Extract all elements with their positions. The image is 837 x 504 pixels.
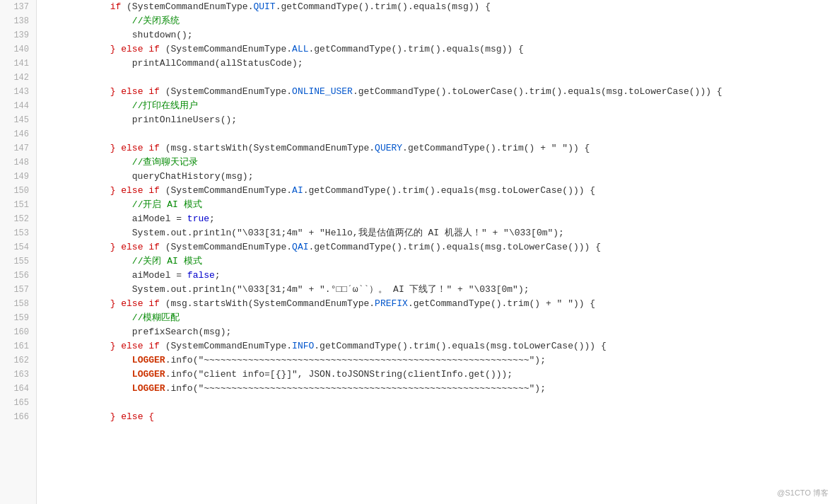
line-number: 159: [0, 311, 36, 325]
code-line: //查询聊天记录: [44, 156, 837, 170]
line-number: 158: [0, 297, 36, 311]
code-line: LOGGER.info("client info=[{}]", JSON.toJ…: [44, 368, 837, 382]
line-number: 160: [0, 325, 36, 339]
code-editor: 1371381391401411421431441451461471481491…: [0, 0, 837, 504]
line-number: 163: [0, 368, 36, 382]
code-line: aiModel = true;: [44, 212, 837, 226]
line-number: 151: [0, 198, 36, 212]
code-line: } else if (msg.startsWith(SystemCommandE…: [44, 297, 837, 311]
code-line: shutdown();: [44, 28, 837, 42]
line-number: 149: [0, 170, 36, 184]
code-line: printAllCommand(allStatusCode);: [44, 57, 837, 71]
line-number: 143: [0, 85, 36, 99]
code-line: aiModel = false;: [44, 269, 837, 283]
code-line: //模糊匹配: [44, 311, 837, 325]
code-line: queryChatHistory(msg);: [44, 170, 837, 184]
code-line: } else if (SystemCommandEnumType.ONLINE_…: [44, 85, 837, 99]
line-number: 145: [0, 113, 36, 127]
line-number: 150: [0, 184, 36, 198]
code-line: //关闭 AI 模式: [44, 254, 837, 269]
line-number: 153: [0, 226, 36, 240]
line-number: 157: [0, 283, 36, 297]
line-number: 156: [0, 269, 36, 283]
line-number: 165: [0, 396, 36, 410]
code-line: [44, 396, 837, 410]
code-line: } else if (SystemCommandEnumType.AI.getC…: [44, 184, 837, 198]
code-content: if (SystemCommandEnumType.QUIT.getComman…: [37, 0, 837, 504]
line-number: 152: [0, 212, 36, 226]
code-line: //打印在线用户: [44, 99, 837, 113]
code-line: [44, 127, 837, 141]
line-number: 141: [0, 57, 36, 71]
code-line: } else {: [44, 410, 837, 424]
line-number: 137: [0, 0, 36, 14]
line-number: 142: [0, 71, 36, 85]
line-number: 162: [0, 353, 36, 368]
line-number: 147: [0, 141, 36, 156]
code-line: if (SystemCommandEnumType.QUIT.getComman…: [44, 0, 837, 14]
line-number: 154: [0, 240, 36, 254]
line-number: 161: [0, 339, 36, 353]
code-line: } else if (SystemCommandEnumType.ALL.get…: [44, 42, 837, 57]
line-number: 166: [0, 410, 36, 424]
code-line: } else if (SystemCommandEnumType.INFO.ge…: [44, 339, 837, 353]
line-number: 146: [0, 127, 36, 141]
line-number: 148: [0, 156, 36, 170]
code-line: prefixSearch(msg);: [44, 325, 837, 339]
line-number: 164: [0, 382, 36, 396]
line-number: 140: [0, 42, 36, 57]
line-number: 155: [0, 254, 36, 269]
code-line: System.out.println("\033[31;4m" + "Hello…: [44, 226, 837, 240]
watermark: @S1CTO 博客: [777, 488, 829, 498]
line-number: 139: [0, 28, 36, 42]
code-line: printOnlineUsers();: [44, 113, 837, 127]
code-line: LOGGER.info("~~~~~~~~~~~~~~~~~~~~~~~~~~~…: [44, 353, 837, 368]
code-line: //开启 AI 模式: [44, 198, 837, 212]
code-line: LOGGER.info("~~~~~~~~~~~~~~~~~~~~~~~~~~~…: [44, 382, 837, 396]
code-line: System.out.println("\033[31;4m" + ".°□□´…: [44, 283, 837, 297]
code-line: } else if (SystemCommandEnumType.QAI.get…: [44, 240, 837, 254]
code-line: } else if (msg.startsWith(SystemCommandE…: [44, 141, 837, 156]
code-line: [44, 71, 837, 85]
line-number: 144: [0, 99, 36, 113]
line-number: 138: [0, 14, 36, 28]
code-line: //关闭系统: [44, 14, 837, 28]
line-numbers: 1371381391401411421431441451461471481491…: [0, 0, 37, 504]
